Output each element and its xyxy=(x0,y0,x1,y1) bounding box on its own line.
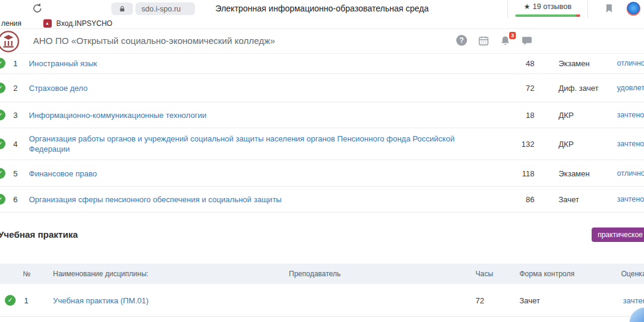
reviews-rating-bar xyxy=(515,14,580,17)
grade-link[interactable]: зачтено xyxy=(617,140,644,148)
col-control-form: Форма контроля xyxy=(519,270,575,278)
control-form-value: Экзамен xyxy=(559,59,590,68)
discipline-link[interactable]: Организация работы органов и учреждений … xyxy=(29,134,492,154)
hours-value: 72 xyxy=(504,84,534,93)
help-glyph: ? xyxy=(459,36,463,45)
inpsycho-favicon-icon: ▲ xyxy=(43,19,52,28)
grades-table: ✓ 1 Иностранный язык 48 Экзамен отлично … xyxy=(0,53,644,212)
row-number: 3 xyxy=(13,111,17,120)
grade-link[interactable]: зачтено xyxy=(623,296,644,305)
hours-value: 86 xyxy=(504,195,534,204)
col-number: № xyxy=(23,270,31,278)
grade-link[interactable]: отлично xyxy=(617,59,644,67)
section-title: Учебная практика xyxy=(0,229,78,240)
reload-icon[interactable] xyxy=(31,2,43,14)
main-content: ✓ 1 Иностранный язык 48 Экзамен отлично … xyxy=(0,53,644,317)
calendar-icon[interactable] xyxy=(478,35,489,46)
hours-value: 18 xyxy=(504,111,534,120)
org-title: АНО ПО «Открытый социально-экономический… xyxy=(33,36,275,46)
star-icon: ★ xyxy=(524,2,530,11)
url-box[interactable]: sdo.i-spo.ru xyxy=(135,2,195,15)
table-row: ✓ 6 Организация сферы пенсионного обеспе… xyxy=(0,187,644,212)
control-form-value: ДКР xyxy=(559,140,574,149)
row-number: 1 xyxy=(13,59,17,68)
status-check-icon: ✓ xyxy=(0,168,5,179)
practice-table-header: № Наименование дисциплины: Преподаватель… xyxy=(0,264,644,284)
row-number: 4 xyxy=(13,140,17,149)
bookmarks-bar: ления ▲ Вход.INPSYCHO xyxy=(0,18,644,29)
control-form-value: Зачет xyxy=(519,296,540,305)
discipline-link[interactable]: Информационно-коммуникационные технологи… xyxy=(29,110,492,120)
table-row: ✓ 1 Иностранный язык 48 Экзамен отлично xyxy=(0,53,644,74)
row-number: 1 xyxy=(24,296,28,305)
table-row: ✓ 4 Организация работы органов и учрежде… xyxy=(0,128,644,160)
help-icon[interactable]: ? xyxy=(456,35,468,46)
discipline-link[interactable]: Иностранный язык xyxy=(29,58,492,69)
control-form-value: Зачет xyxy=(559,195,579,204)
table-row: ✓ 2 Страховое дело 72 Диф. зачет удовлет… xyxy=(0,74,644,102)
row-number: 5 xyxy=(13,169,17,178)
reviews-widget[interactable]: ★19 отзывов xyxy=(507,0,588,18)
hours-value: 48 xyxy=(504,59,534,68)
table-row: ✓ 3 Информационно-коммуникационные техно… xyxy=(0,102,644,128)
practice-type-badge: практическое xyxy=(592,228,644,242)
practice-section: Учебная практика практическое № Наименов… xyxy=(0,229,644,317)
hours-value: 72 xyxy=(475,296,484,305)
profile-avatar[interactable] xyxy=(627,2,640,16)
hours-value: 118 xyxy=(504,169,534,178)
browser-chrome: sdo.i-spo.ru Электронная информационно-о… xyxy=(0,0,644,18)
college-logo[interactable] xyxy=(0,30,20,53)
control-form-value: Диф. зачет xyxy=(559,84,598,93)
hours-value: 132 xyxy=(504,140,534,149)
control-form-value: Экзамен xyxy=(559,169,590,178)
discipline-link[interactable]: Финансовое право xyxy=(29,168,492,178)
col-hours: Часы xyxy=(475,270,493,278)
col-teacher: Преподаватель xyxy=(289,270,341,278)
col-discipline: Наименование дисциплины: xyxy=(53,270,149,278)
grade-link[interactable]: отлично xyxy=(617,169,644,178)
reviews-label: 19 отзывов xyxy=(533,2,572,11)
site-header: АНО ПО «Открытый социально-экономический… xyxy=(0,29,644,54)
practice-table-row: ✓ 1 Учебная практика (ПМ.01) 72 Зачет за… xyxy=(0,284,644,317)
status-check-icon: ✓ xyxy=(0,138,5,149)
chat-icon[interactable] xyxy=(521,35,533,46)
status-check-icon: ✓ xyxy=(0,194,5,205)
bookmark-flag-icon[interactable] xyxy=(604,3,615,14)
discipline-link[interactable]: Организация сферы пенсионного обеспечени… xyxy=(29,194,492,205)
table-row: ✓ 5 Финансовое право 118 Экзамен отлично xyxy=(0,160,644,187)
row-number: 2 xyxy=(13,84,17,93)
status-check-icon: ✓ xyxy=(0,110,5,120)
grade-link[interactable]: зачтено xyxy=(617,195,644,203)
grade-link[interactable]: удовлетворительно xyxy=(617,84,644,92)
url-text: sdo.i-spo.ru xyxy=(141,5,181,13)
ssl-lock-icon[interactable] xyxy=(111,2,133,15)
control-form-value: ДКР xyxy=(559,111,574,120)
notifications-badge: 3 xyxy=(509,32,516,39)
row-number: 6 xyxy=(13,195,17,204)
status-check-icon: ✓ xyxy=(0,58,5,69)
status-check-icon: ✓ xyxy=(5,295,16,306)
discipline-link[interactable]: Учебная практика (ПМ.01) xyxy=(53,296,149,305)
bookmark-item-clipped[interactable]: ления xyxy=(1,19,22,28)
discipline-link[interactable]: Страховое дело xyxy=(29,83,492,93)
grade-link[interactable]: зачтено xyxy=(617,111,644,119)
bookmark-item-inpsycho[interactable]: Вход.INPSYCHO xyxy=(57,19,113,28)
bell-icon[interactable]: 3 xyxy=(500,35,511,46)
status-check-icon: ✓ xyxy=(0,82,5,93)
col-grade: Оценка xyxy=(621,270,644,278)
